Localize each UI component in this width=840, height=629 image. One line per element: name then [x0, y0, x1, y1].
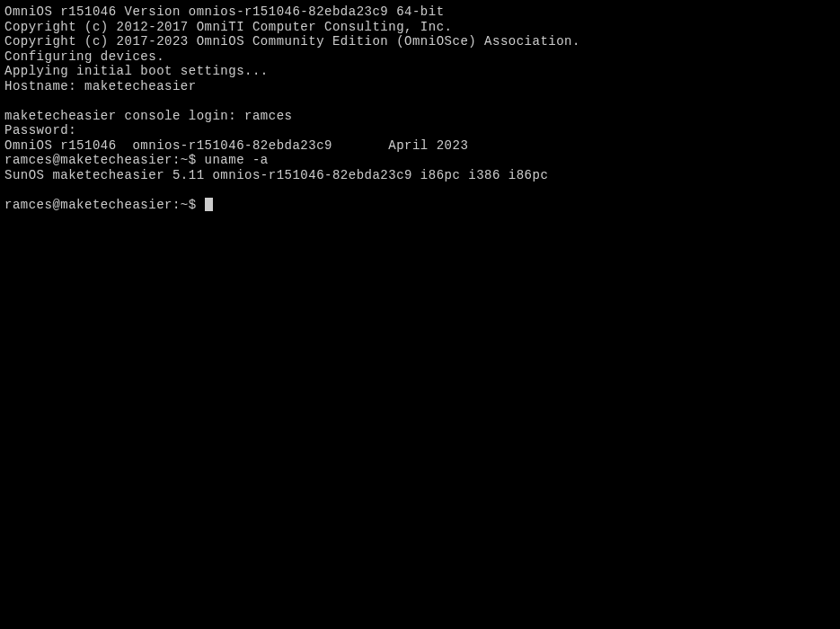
- command-output-1: SunOS maketecheasier 5.11 omnios-r151046…: [4, 168, 836, 183]
- command-line-2[interactable]: ramces@maketecheasier:~$: [4, 198, 213, 212]
- shell-prompt-1: ramces@maketecheasier:~$: [4, 153, 205, 167]
- command-text-1: uname -a: [205, 153, 269, 167]
- blank-line: [4, 93, 836, 109]
- boot-version-line: OmniOS r151046 Version omnios-r151046-82…: [4, 4, 836, 20]
- login-username: ramces: [244, 109, 292, 123]
- boot-settings-line: Applying initial boot settings...: [4, 64, 836, 79]
- copyright-line-2: Copyright (c) 2017-2023 OmniOS Community…: [4, 34, 836, 49]
- copyright-line-1: Copyright (c) 2012-2017 OmniTI Computer …: [4, 20, 836, 35]
- terminal-output[interactable]: OmniOS r151046 Version omnios-r151046-82…: [4, 4, 836, 212]
- blank-line-2: [4, 182, 836, 198]
- config-devices-line: Configuring devices.: [4, 49, 836, 65]
- password-prompt-line: Password:: [4, 123, 836, 138]
- login-line: maketecheasier console login: ramces: [4, 109, 292, 123]
- command-line-1: ramces@maketecheasier:~$ uname -a: [4, 153, 269, 167]
- login-prompt-text: maketecheasier console login:: [4, 109, 244, 123]
- motd-line: OmniOS r151046 omnios-r151046-82ebda23c9…: [4, 138, 836, 154]
- hostname-line: Hostname: maketecheasier: [4, 79, 836, 94]
- shell-prompt-2: ramces@maketecheasier:~$: [4, 198, 205, 212]
- cursor-icon: [205, 198, 213, 211]
